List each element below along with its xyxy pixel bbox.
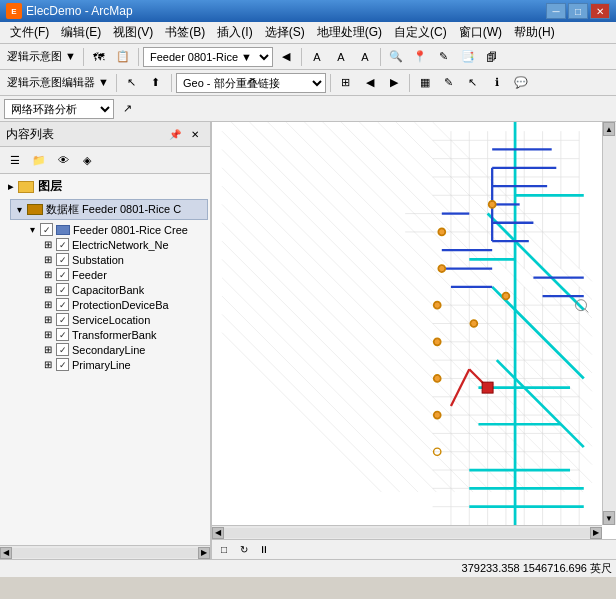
menu-help[interactable]: 帮助(H): [508, 22, 561, 43]
layer-servicelocation[interactable]: ⊞ ServiceLocation: [38, 312, 208, 327]
tb-btn-11[interactable]: 🗐: [481, 46, 503, 68]
panel-close-button[interactable]: ✕: [186, 125, 204, 143]
map-refresh-btn[interactable]: ↻: [236, 542, 252, 558]
substation-checkbox[interactable]: [56, 253, 69, 266]
tb-btn-4[interactable]: A: [306, 46, 328, 68]
layer-electricnetwork[interactable]: ⊞ ElectricNetwork_Ne: [38, 237, 208, 252]
tb-btn-2[interactable]: 📋: [112, 46, 134, 68]
transformerbank-checkbox[interactable]: [56, 328, 69, 341]
menu-customize[interactable]: 自定义(C): [388, 22, 453, 43]
servicelocation-checkbox[interactable]: [56, 313, 69, 326]
dataframe-header[interactable]: ▾ 数据框 Feeder 0801-Rice C: [10, 199, 208, 220]
feeder-checkbox[interactable]: [40, 223, 53, 236]
protectiondevice-checkbox[interactable]: [56, 298, 69, 311]
dataframe-section: ▾ 数据框 Feeder 0801-Rice C ▾ Feeder 0801-R…: [10, 199, 208, 372]
capacitorbank-checkbox[interactable]: [56, 283, 69, 296]
tb-select-arrow[interactable]: ⬆: [145, 72, 167, 94]
tb-speech[interactable]: 💬: [510, 72, 532, 94]
scroll-map-right-btn[interactable]: ▶: [590, 527, 602, 539]
layer-substation[interactable]: ⊞ Substation: [38, 252, 208, 267]
tb-net-1[interactable]: ↗: [116, 98, 138, 120]
menu-select[interactable]: 选择(S): [259, 22, 311, 43]
sep1: [83, 48, 84, 66]
tb-btn-3[interactable]: ◀: [275, 46, 297, 68]
minimize-button[interactable]: ─: [546, 3, 566, 19]
electricnetwork-checkbox[interactable]: [56, 238, 69, 251]
tb-btn-7[interactable]: 🔍: [385, 46, 407, 68]
layer-secondaryline[interactable]: ⊞ SecondaryLine: [38, 342, 208, 357]
menu-view[interactable]: 视图(V): [107, 22, 159, 43]
dataframe-label: 数据框 Feeder 0801-Rice C: [46, 202, 181, 217]
tb-btn-6[interactable]: A: [354, 46, 376, 68]
substation-label: Substation: [72, 254, 124, 266]
sep5: [116, 74, 117, 92]
tb-btn-8[interactable]: 📍: [409, 46, 431, 68]
scroll-left-btn[interactable]: ◀: [0, 547, 12, 559]
close-button[interactable]: ✕: [590, 3, 610, 19]
layer-feeder[interactable]: ⊞ Feeder: [38, 267, 208, 282]
scroll-map-left-btn[interactable]: ◀: [212, 527, 224, 539]
menu-insert[interactable]: 插入(I): [211, 22, 258, 43]
feeder-group-item[interactable]: ▾ Feeder 0801-Rice Cree: [22, 222, 208, 237]
secondaryline-checkbox[interactable]: [56, 343, 69, 356]
protectiondevice-expand-icon: ⊞: [42, 299, 54, 311]
electricnetwork-label: ElectricNetwork_Ne: [72, 239, 169, 251]
tb-cursor2[interactable]: ↖: [462, 72, 484, 94]
tb-cursor[interactable]: ↖: [121, 72, 143, 94]
sep2: [138, 48, 139, 66]
tb-info[interactable]: ℹ: [486, 72, 508, 94]
menu-edit[interactable]: 编辑(E): [55, 22, 107, 43]
toolbar-network: 网络环路分析 ↗: [0, 96, 616, 122]
feeder-combo[interactable]: Feeder 0801-Rice ▼: [143, 47, 273, 67]
toc-toolbar: ☰ 📁 👁 ◈: [0, 147, 210, 174]
toc-select-btn[interactable]: ◈: [76, 149, 98, 171]
primaryline-checkbox[interactable]: [56, 358, 69, 371]
feeder-layer-label: Feeder: [72, 269, 107, 281]
svg-point-99: [434, 339, 440, 345]
map-svg[interactable]: [212, 122, 602, 525]
scroll-map-track-h: [224, 528, 590, 538]
toc-list-btn[interactable]: ☰: [4, 149, 26, 171]
toc-vis-btn[interactable]: 👁: [52, 149, 74, 171]
tb-btn-10[interactable]: 📑: [457, 46, 479, 68]
layer-protectiondevice[interactable]: ⊞ ProtectionDeviceBa: [38, 297, 208, 312]
layer-primaryline[interactable]: ⊞ PrimaryLine: [38, 357, 208, 372]
tb-btn-9[interactable]: ✎: [433, 46, 455, 68]
scroll-down-btn[interactable]: ▼: [603, 511, 615, 525]
menu-window[interactable]: 窗口(W): [453, 22, 508, 43]
map-area[interactable]: ▲ ▼ ◀ ▶ □ ↻ ⏸: [212, 122, 616, 559]
menu-bookmark[interactable]: 书签(B): [159, 22, 211, 43]
map-pause-btn[interactable]: ⏸: [256, 542, 272, 558]
map-scrollbar-v[interactable]: ▲ ▼: [602, 122, 616, 525]
map-page-btn[interactable]: □: [216, 542, 232, 558]
transformerbank-expand-icon: ⊞: [42, 329, 54, 341]
tb-btn-5[interactable]: A: [330, 46, 352, 68]
layer-capacitorbank[interactable]: ⊞ CapacitorBank: [38, 282, 208, 297]
selected-node[interactable]: [482, 382, 493, 393]
tb-btn-1[interactable]: 🗺: [88, 46, 110, 68]
app-icon: E: [6, 3, 22, 19]
restore-button[interactable]: □: [568, 3, 588, 19]
map-scrollbar-h[interactable]: ◀ ▶: [212, 525, 602, 539]
layer-transformerbank[interactable]: ⊞ TransformerBank: [38, 327, 208, 342]
menu-geoprocessing[interactable]: 地理处理(G): [311, 22, 388, 43]
scroll-right-btn[interactable]: ▶: [198, 547, 210, 559]
feeder-layer-checkbox[interactable]: [56, 268, 69, 281]
tb-arrow-left[interactable]: ◀: [359, 72, 381, 94]
panel-title: 内容列表: [6, 126, 54, 143]
toc-source-btn[interactable]: 📁: [28, 149, 50, 171]
sep8: [409, 74, 410, 92]
tb-zoom-extent[interactable]: ⊞: [335, 72, 357, 94]
geo-combo[interactable]: Geo - 部分重叠链接: [176, 73, 326, 93]
tb-arrow-right[interactable]: ▶: [383, 72, 405, 94]
transformerbank-label: TransformerBank: [72, 329, 157, 341]
tb-edit[interactable]: ✎: [438, 72, 460, 94]
tb-select[interactable]: ▦: [414, 72, 436, 94]
feeder-group: ▾ Feeder 0801-Rice Cree ⊞ ElectricNetwor…: [22, 222, 208, 372]
electricnetwork-expand-icon: ⊞: [42, 239, 54, 251]
menu-file[interactable]: 文件(F): [4, 22, 55, 43]
network-combo[interactable]: 网络环路分析: [4, 99, 114, 119]
scroll-up-btn[interactable]: ▲: [603, 122, 615, 136]
pin-button[interactable]: 📌: [166, 125, 184, 143]
layers-header[interactable]: ▸ 图层: [2, 176, 208, 197]
